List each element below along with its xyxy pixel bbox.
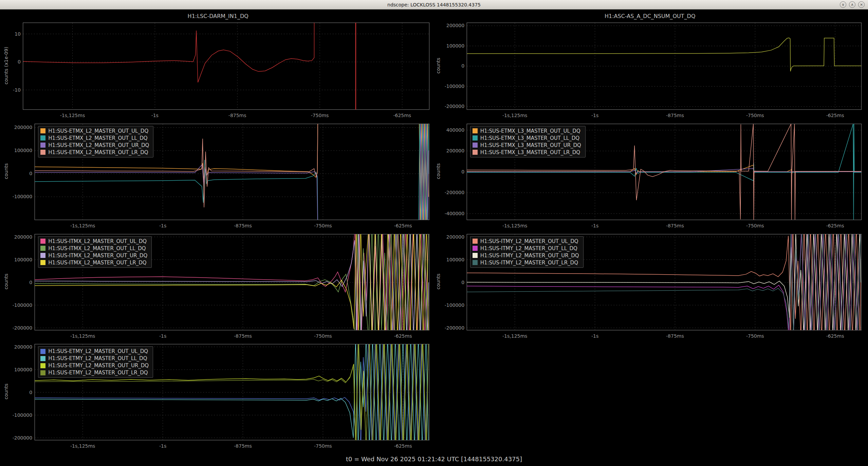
minimize-button[interactable]: ∨	[840, 1, 846, 8]
legend-swatch	[40, 363, 45, 368]
svg-text:-100000: -100000	[13, 412, 33, 418]
legend-item[interactable]: H1:SUS-ETMX_L3_MASTER_OUT_UL_DQ	[473, 128, 581, 134]
legend-label: H1:SUS-ITMX_L2_MASTER_OUT_LL_DQ	[48, 245, 146, 251]
legend-label: H1:SUS-ETMY_L2_MASTER_OUT_LR_DQ	[48, 370, 148, 376]
svg-text:200000: 200000	[14, 344, 32, 350]
legend-swatch	[473, 239, 478, 244]
svg-text:-400000: -400000	[444, 211, 464, 216]
svg-text:-625ms: -625ms	[394, 333, 412, 338]
svg-text:-750ms: -750ms	[746, 113, 764, 118]
legend-swatch	[473, 150, 478, 155]
legend-item[interactable]: H1:SUS-ETMY_L2_MASTER_OUT_LL_DQ	[40, 355, 149, 361]
svg-text:200000: 200000	[446, 148, 464, 153]
svg-text:200000: 200000	[446, 234, 464, 239]
svg-text:10: 10	[15, 31, 21, 37]
svg-text:0: 0	[29, 171, 32, 176]
svg-text:-875ms: -875ms	[234, 223, 252, 228]
legend-item[interactable]: H1:SUS-ITMY_L2_MASTER_OUT_UR_DQ	[473, 253, 579, 259]
legend-swatch	[40, 246, 45, 251]
legend-item[interactable]: H1:SUS-ETMX_L3_MASTER_OUT_UR_DQ	[473, 142, 581, 148]
svg-text:-100000: -100000	[13, 302, 33, 307]
legend-swatch	[40, 356, 45, 361]
svg-text:-200000: -200000	[13, 325, 33, 330]
legend-label: H1:SUS-ETMX_L3_MASTER_OUT_UR_DQ	[480, 142, 581, 148]
legend-label: H1:SUS-ETMX_L2_MASTER_OUT_LR_DQ	[48, 149, 148, 155]
close-button[interactable]: ×	[858, 1, 865, 8]
legend-swatch	[40, 143, 45, 148]
legend-item[interactable]: H1:SUS-ITMX_L2_MASTER_OUT_UR_DQ	[40, 253, 147, 259]
svg-text:-625ms: -625ms	[394, 223, 412, 228]
svg-text:-200000: -200000	[444, 325, 464, 330]
svg-text:-1s: -1s	[159, 443, 166, 449]
svg-text:-1s,125ms: -1s,125ms	[502, 113, 527, 118]
legend[interactable]: H1:SUS-ETMY_L2_MASTER_OUT_UL_DQH1:SUS-ET…	[38, 346, 153, 378]
legend-label: H1:SUS-ITMY_L2_MASTER_OUT_LR_DQ	[480, 260, 578, 266]
svg-text:-625ms: -625ms	[826, 223, 844, 228]
svg-text:-100000: -100000	[13, 194, 33, 199]
legend-item[interactable]: H1:SUS-ETMX_L2_MASTER_OUT_UL_DQ	[40, 128, 149, 134]
svg-text:-1s: -1s	[591, 113, 598, 118]
svg-text:-1s,125ms: -1s,125ms	[502, 333, 527, 338]
svg-text:0: 0	[461, 63, 464, 69]
y-axis-label: counts	[435, 231, 442, 332]
y-axis-label: counts	[435, 121, 442, 221]
svg-text:-200000: -200000	[13, 435, 33, 441]
legend-label: H1:SUS-ITMY_L2_MASTER_OUT_UL_DQ	[480, 238, 578, 244]
legend[interactable]: H1:SUS-ITMY_L2_MASTER_OUT_UL_DQH1:SUS-IT…	[470, 236, 584, 268]
y-axis-label: counts	[3, 121, 10, 221]
svg-text:-625ms: -625ms	[826, 333, 844, 338]
svg-text:-10: -10	[13, 87, 21, 93]
svg-text:-1s,125ms: -1s,125ms	[70, 443, 95, 449]
svg-text:-625ms: -625ms	[826, 113, 844, 118]
legend-label: H1:SUS-ITMX_L2_MASTER_OUT_LR_DQ	[48, 260, 146, 266]
window-buttons: ∨ ∧ ×	[840, 1, 865, 8]
legend-item[interactable]: H1:SUS-ETMY_L2_MASTER_OUT_LR_DQ	[40, 370, 149, 376]
plot-grid: H1:LSC-DARM_IN1_DQ counts (x1e-09) -1s,1…	[0, 10, 868, 452]
legend-item[interactable]: H1:SUS-ETMX_L3_MASTER_OUT_LL_DQ	[473, 135, 581, 141]
plot-canvas[interactable]: -1s,125ms-1s-875ms-750ms-625ms100-10	[10, 20, 433, 120]
plot-sus-etmx-l3: counts -1s,125ms-1s-875ms-750ms-625ms400…	[435, 121, 866, 230]
legend-item[interactable]: H1:SUS-ETMX_L2_MASTER_OUT_LL_DQ	[40, 135, 149, 141]
legend-label: H1:SUS-ITMX_L2_MASTER_OUT_UR_DQ	[48, 253, 147, 259]
legend-item[interactable]: H1:SUS-ITMY_L2_MASTER_OUT_UL_DQ	[473, 238, 579, 244]
legend-item[interactable]: H1:SUS-ITMX_L2_MASTER_OUT_LL_DQ	[40, 245, 147, 251]
plot-sus-etmy-l2: counts -1s,125ms-1s-875ms-750ms-625ms200…	[3, 341, 433, 450]
plot-lsc-darm: H1:LSC-DARM_IN1_DQ counts (x1e-09) -1s,1…	[3, 11, 433, 120]
t0-label: t0 = Wed Nov 26 2025 01:21:42 UTC [14481…	[346, 455, 522, 463]
svg-text:200000: 200000	[14, 125, 32, 130]
svg-text:-1s,125ms: -1s,125ms	[502, 223, 527, 228]
legend-item[interactable]: H1:SUS-ETMX_L2_MASTER_OUT_UR_DQ	[40, 142, 149, 148]
legend-swatch	[40, 349, 45, 354]
legend-label: H1:SUS-ETMX_L3_MASTER_OUT_LL_DQ	[480, 135, 579, 141]
legend-item[interactable]: H1:SUS-ETMY_L2_MASTER_OUT_UR_DQ	[40, 362, 149, 369]
plot-title: H1:LSC-DARM_IN1_DQ	[3, 11, 433, 20]
legend-item[interactable]: H1:SUS-ITMX_L2_MASTER_OUT_LR_DQ	[40, 260, 147, 266]
plot-sus-etmx-l2: counts -1s,125ms-1s-875ms-750ms-625ms200…	[3, 121, 433, 230]
legend-item[interactable]: H1:SUS-ETMX_L3_MASTER_OUT_LR_DQ	[473, 149, 581, 155]
legend-label: H1:SUS-ETMX_L2_MASTER_OUT_UL_DQ	[48, 128, 148, 134]
plot-canvas[interactable]: -1s,125ms-1s-875ms-750ms-625ms2000001000…	[442, 20, 866, 120]
legend[interactable]: H1:SUS-ETMX_L2_MASTER_OUT_UL_DQH1:SUS-ET…	[38, 126, 153, 157]
maximize-button[interactable]: ∧	[849, 1, 855, 8]
svg-text:0: 0	[461, 169, 464, 174]
svg-text:0: 0	[29, 279, 32, 285]
window-titlebar[interactable]: ndscope: LOCKLOSS 1448155320.4375 ∨ ∧ ×	[0, 0, 868, 10]
svg-text:-1s: -1s	[159, 223, 166, 228]
legend-swatch	[473, 143, 478, 148]
legend-label: H1:SUS-ETMX_L2_MASTER_OUT_LL_DQ	[48, 135, 147, 141]
svg-text:-750ms: -750ms	[314, 443, 332, 449]
svg-text:-1s: -1s	[591, 333, 598, 338]
legend-item[interactable]: H1:SUS-ETMX_L2_MASTER_OUT_LR_DQ	[40, 149, 149, 155]
legend-swatch	[40, 239, 45, 244]
legend-item[interactable]: H1:SUS-ITMY_L2_MASTER_OUT_LL_DQ	[473, 245, 579, 251]
legend[interactable]: H1:SUS-ETMX_L3_MASTER_OUT_UL_DQH1:SUS-ET…	[470, 126, 586, 157]
legend[interactable]: H1:SUS-ITMX_L2_MASTER_OUT_UL_DQH1:SUS-IT…	[38, 236, 152, 268]
svg-text:100000: 100000	[14, 148, 32, 153]
legend-item[interactable]: H1:SUS-ITMY_L2_MASTER_OUT_LR_DQ	[473, 260, 579, 266]
legend-item[interactable]: H1:SUS-ITMX_L2_MASTER_OUT_UL_DQ	[40, 238, 147, 244]
svg-text:-625ms: -625ms	[393, 113, 411, 118]
legend-item[interactable]: H1:SUS-ETMY_L2_MASTER_OUT_UL_DQ	[40, 348, 149, 354]
svg-text:-1s,125ms: -1s,125ms	[60, 113, 85, 118]
legend-swatch	[473, 253, 478, 258]
svg-text:-875ms: -875ms	[666, 223, 684, 228]
